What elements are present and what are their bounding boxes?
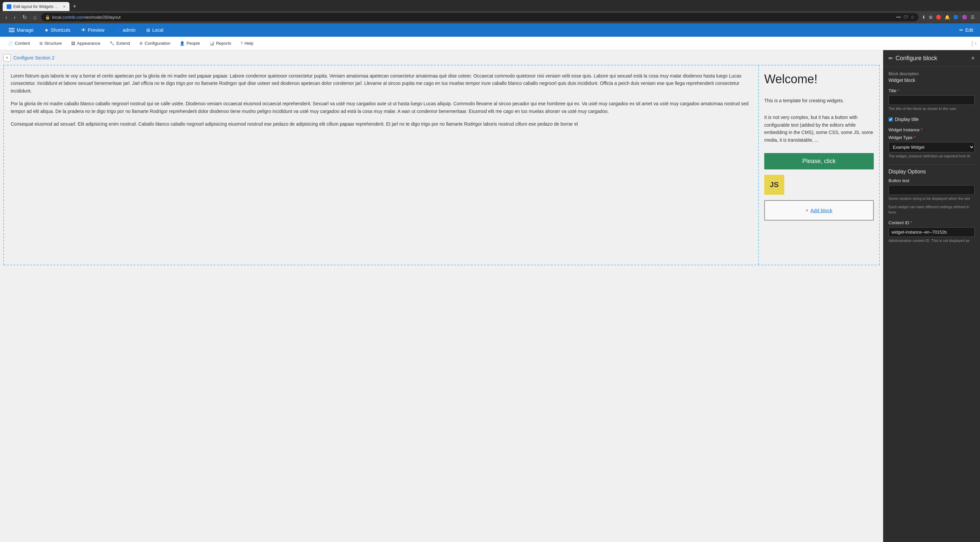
content-id-input[interactable] [888,227,975,237]
content-label: Content [15,41,30,46]
content-columns: Lorem fistrum quis laboris te voy a borr… [3,65,880,265]
menu-item-extend[interactable]: 🔧 Extend [105,37,134,50]
menu-item-help[interactable]: ? Help [236,37,258,50]
display-options-title: Display Options [888,164,975,175]
more-options[interactable]: ••• [896,15,901,20]
block-description-value: Widget block [888,78,975,83]
admin-menu-item[interactable]: 👤 admin [110,23,141,37]
collapse-handle[interactable]: | › [971,40,977,47]
menu-item-content[interactable]: 📄 Content [3,37,35,50]
addon-icon1[interactable]: 🔴 [935,15,942,20]
preview-label: Preview [88,27,105,33]
manage-label: Manage [17,27,34,33]
browser-chrome: Edit layout for Widgets te... × + ‹ › ↻ … [0,0,980,23]
button-text-input[interactable] [888,185,975,195]
add-block-plus-icon: + [806,207,808,213]
eye-icon: 👁 [81,27,86,33]
refresh-button[interactable]: ↻ [21,13,29,21]
content-id-label: Content ID * [888,220,975,225]
panel-title-text: Configure block [896,55,937,62]
people-label: People [186,41,200,46]
shield-icon: 🛡 [904,15,908,20]
display-title-checkbox[interactable] [888,117,893,122]
title-required-star: * [898,88,899,93]
back-button[interactable]: ‹ [3,14,9,21]
download-icon[interactable]: ⬇ [921,15,926,20]
preview-menu-item[interactable]: 👁 Preview [76,23,110,37]
help-label: Help [245,41,253,46]
block-description-section: Block description Widget block [888,72,975,83]
local-menu-item[interactable]: ⊞ Local [141,23,169,37]
content-id-helper: Administrative content ID. This is not d… [888,238,975,243]
new-tab-button[interactable]: + [71,3,78,10]
shortcuts-label: Shortcuts [51,27,70,33]
widget-instance-section: Widget Instance * Widget Type * Example … [888,127,975,159]
configure-section-bar: × Configure Section 2 [3,53,880,62]
title-helper: The title of the block as shown to the u… [888,106,975,111]
star-icon: ★ [45,27,49,33]
title-field-label: Title * [888,88,975,93]
menu-icon[interactable]: ☰ [970,15,975,20]
close-section-button[interactable]: × [3,54,11,62]
edit-button[interactable]: ✏ Edit [956,27,977,33]
address-path: /en/node/26/layout [85,15,121,20]
address-actions: ••• 🛡 ☆ [896,15,915,20]
menu-item-structure[interactable]: ⊞ Structure [35,37,67,50]
address-text: local.contrib.com/en/node/26/layout [52,15,894,20]
content-id-section: Content ID * Administrative content ID. … [888,220,975,243]
active-tab[interactable]: Edit layout for Widgets te... × [3,2,70,11]
title-input[interactable] [888,95,975,105]
tab-title: Edit layout for Widgets te... [13,4,59,9]
panel-pencil-icon: ✏ [888,55,893,62]
main-content: × Configure Section 2 Lorem fistrum quis… [0,50,980,542]
panel-title: ✏ Configure block [888,55,937,62]
left-column: Lorem fistrum quis laboris te voy a borr… [4,65,759,265]
reports-icon: 📊 [209,41,215,46]
tab-bar: Edit layout for Widgets te... × + [0,0,980,11]
add-block-area[interactable]: + Add block [764,200,874,220]
addon-icon3[interactable]: 🔵 [953,15,959,20]
forward-button[interactable]: › [12,14,18,21]
configure-block-panel: ✏ Configure block × Block description Wi… [883,50,980,542]
addon-icon4[interactable]: 🟣 [961,15,968,20]
button-text-helper: Some random string to be displayed when … [888,196,975,201]
widget-type-label: Widget Type * [888,135,975,140]
widget-instance-label: Widget Instance * [888,127,975,132]
configure-section-link[interactable]: Configure Section 2 [13,55,54,61]
home-button[interactable]: ⌂ [32,14,39,21]
lock-icon: 🔒 [45,15,50,20]
add-block-link[interactable]: Add block [810,207,832,213]
structure-label: Structure [45,41,62,46]
body-para-3: Consequat eiusmod ad sexuarl. Elit adipi… [11,120,751,128]
page-area: × Configure Section 2 Lorem fistrum quis… [0,50,883,542]
user-icon: 👤 [115,27,121,33]
menu-item-reports[interactable]: 📊 Reports [205,37,236,50]
js-badge: JS [764,175,784,195]
tab-close-button[interactable]: × [63,4,65,9]
panel-close-button[interactable]: × [971,55,975,62]
welcome-title: Welcome! [764,72,874,86]
please-click-button[interactable]: Please, click [764,153,874,169]
body-para-1: Lorem fistrum quis laboris te voy a borr… [11,72,751,94]
display-title-row: Display title [888,116,975,122]
widget-type-helper: The widget_instance definition as ingest… [888,154,975,159]
addon-icon2[interactable]: 🔔 [944,15,951,20]
widget-instance-required-star: * [921,127,923,132]
appearance-label: Appearance [77,41,100,46]
collapse-icon: | › [971,40,977,47]
menu-item-configuration[interactable]: ⚙ Configuration [135,37,175,50]
address-bar-row: ‹ › ↻ ⌂ 🔒 local.contrib.com/en/node/26/l… [0,11,980,23]
manage-menu-item[interactable]: Manage [3,23,39,37]
appearance-icon: 🖼 [71,41,75,46]
shortcuts-menu-item[interactable]: ★ Shortcuts [39,23,76,37]
address-bar[interactable]: 🔒 local.contrib.com/en/node/26/layout ••… [41,13,918,21]
content-icon: 📄 [8,41,13,46]
admin-label: admin [123,27,135,33]
body-text: Lorem fistrum quis laboris te voy a borr… [11,72,751,128]
configuration-label: Configuration [145,41,170,46]
extensions-icon[interactable]: ⊞ [928,15,933,20]
menu-item-people[interactable]: 👤 People [175,37,204,50]
star-icon[interactable]: ☆ [910,15,915,20]
widget-type-select[interactable]: Example Widget [888,142,975,152]
menu-item-appearance[interactable]: 🖼 Appearance [67,37,105,50]
